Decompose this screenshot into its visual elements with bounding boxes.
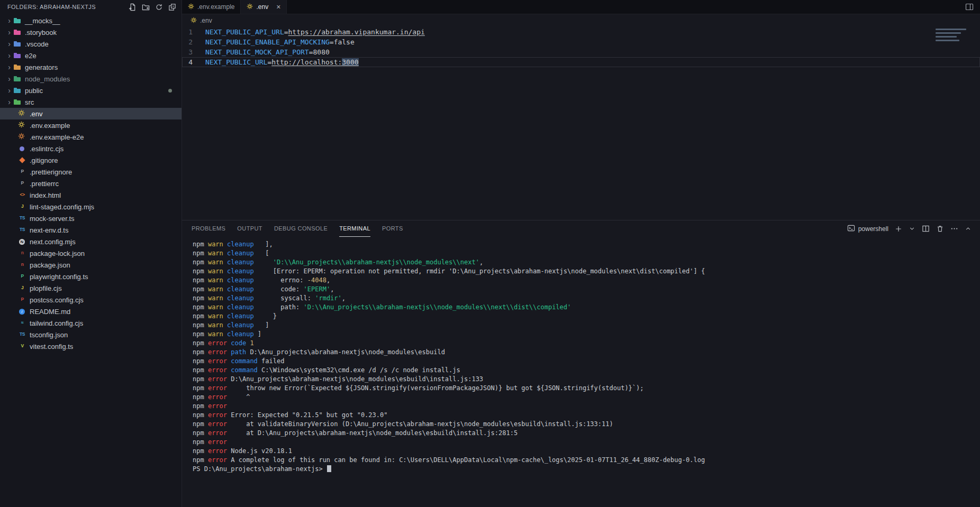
- line-number: 3: [182, 47, 205, 57]
- explorer-header: FOLDERS: ABRAHAM-NEXTJS: [0, 0, 182, 14]
- env-file-icon: [188, 3, 194, 11]
- chevron-right-icon: ›: [5, 62, 13, 72]
- minimap-line: [936, 36, 957, 38]
- code-editor[interactable]: 1NEXT_PUBLIC_API_URL=https://abraham.vip…: [182, 27, 980, 67]
- tree-item-vscode[interactable]: ›.vscode: [0, 38, 182, 50]
- tree-item-env-example-e2e[interactable]: .env.example-e2e: [0, 131, 182, 143]
- tree-item-playwright-config-ts[interactable]: Pplaywright.config.ts: [0, 271, 182, 282]
- tree-item-label: package.json: [30, 261, 70, 269]
- folder-icon: [13, 51, 22, 60]
- code-line-3[interactable]: 3NEXT_PUBLIC_MOCK_API_PORT=8080: [182, 47, 980, 57]
- file-type-icon: TS: [18, 214, 26, 223]
- file-type-icon: P: [18, 179, 26, 188]
- tree-item-label: e2e: [25, 52, 37, 60]
- line-number: 2: [182, 37, 205, 47]
- minimap[interactable]: [936, 29, 973, 43]
- minimap-line: [936, 29, 966, 30]
- editor-tab-env[interactable]: .env×: [241, 0, 287, 14]
- tree-item-package-lock-json[interactable]: npackage-lock.json: [0, 247, 182, 259]
- split-terminal-icon[interactable]: [922, 225, 930, 233]
- tree-item-public[interactable]: ›public: [0, 85, 182, 96]
- eslint-circle-icon: [18, 144, 26, 153]
- maximize-panel-icon[interactable]: [965, 225, 972, 232]
- more-actions-icon[interactable]: [950, 225, 958, 233]
- folder-icon: [13, 86, 22, 95]
- terminal-line: npm error Error: Expected "0.21.5" but g…: [193, 411, 980, 420]
- tree-item-storybook[interactable]: ›.storybook: [0, 26, 182, 38]
- tree-item-generators[interactable]: ›generators: [0, 61, 182, 73]
- tree-item-e2e[interactable]: ›e2e: [0, 50, 182, 61]
- panel-tab-ports[interactable]: PORTS: [382, 220, 403, 237]
- tree-item-label: .prettierrc: [30, 180, 59, 188]
- tree-item-lint-staged-config-mjs[interactable]: Jlint-staged.config.mjs: [0, 201, 182, 213]
- new-file-icon[interactable]: [129, 3, 137, 11]
- tree-item-tsconfig-json[interactable]: TStsconfig.json: [0, 329, 182, 340]
- terminal-line: npm error path D:\Anu_projects\abraham-n…: [193, 348, 980, 357]
- tree-item-plopfile-cjs[interactable]: Jplopfile.cjs: [0, 282, 182, 294]
- code-line-4[interactable]: 4NEXT_PUBLIC_URL=http://localhost:3000: [182, 57, 980, 67]
- terminal-output[interactable]: npm warn cleanup ],npm warn cleanup [npm…: [182, 237, 980, 474]
- explorer-sidebar: FOLDERS: ABRAHAM-NEXTJS ›__mocks__›.stor…: [0, 0, 182, 507]
- tree-item-src[interactable]: ›src: [0, 96, 182, 108]
- terminal-line: npm error Node.js v20.18.1: [193, 447, 980, 456]
- chevron-right-icon: ›: [5, 73, 13, 84]
- tree-item--mocks-[interactable]: ›__mocks__: [0, 15, 182, 26]
- tree-item-env-example[interactable]: .env.example: [0, 119, 182, 131]
- code-line-2[interactable]: 2NEXT_PUBLIC_ENABLE_API_MOCKING=false: [182, 37, 980, 47]
- terminal-actions: powershell: [847, 224, 972, 234]
- tree-item-env[interactable]: .env: [0, 108, 182, 119]
- tree-item-eslintrc-cjs[interactable]: .eslintrc.cjs: [0, 143, 182, 154]
- tree-item-next-env-d-ts[interactable]: TSnext-env.d.ts: [0, 224, 182, 236]
- terminal-shell-selector[interactable]: powershell: [847, 224, 888, 234]
- collapse-all-icon[interactable]: [168, 3, 176, 11]
- tree-item-prettierignore[interactable]: P.prettierignore: [0, 166, 182, 178]
- terminal-line: npm error code 1: [193, 339, 980, 348]
- terminal-line: npm warn cleanup path: 'D:\\Anu_projects…: [193, 303, 980, 312]
- new-terminal-icon[interactable]: [895, 225, 902, 233]
- editor-tab-env-example[interactable]: .env.example: [182, 0, 241, 14]
- tree-item-mock-server-ts[interactable]: TSmock-server.ts: [0, 213, 182, 224]
- tree-item-next-config-mjs[interactable]: Nnext.config.mjs: [0, 236, 182, 247]
- breadcrumb[interactable]: .env: [182, 14, 980, 27]
- folders-header-label: FOLDERS: ABRAHAM-NEXTJS: [7, 4, 129, 10]
- kill-terminal-icon[interactable]: [936, 225, 944, 233]
- tree-item-node-modules[interactable]: ›node_modules: [0, 73, 182, 85]
- tree-item-tailwind-config-cjs[interactable]: ≈tailwind.config.cjs: [0, 317, 182, 329]
- minimap-line: [936, 32, 961, 34]
- panel-tab-problems[interactable]: PROBLEMS: [192, 220, 225, 237]
- terminal-line: npm error ^: [193, 393, 980, 402]
- launch-profile-chevron-icon[interactable]: [909, 225, 915, 232]
- tree-item-package-json[interactable]: npackage.json: [0, 259, 182, 271]
- editor-tabs: .env.example.env×: [182, 0, 287, 14]
- tree-item-label: .env.example-e2e: [30, 133, 84, 141]
- new-folder-icon[interactable]: [142, 3, 150, 11]
- tree-item-readme-md[interactable]: iREADME.md: [0, 306, 182, 317]
- tree-item-postcss-config-cjs[interactable]: Ppostcss.config.cjs: [0, 294, 182, 306]
- file-type-icon: ≈: [18, 319, 26, 327]
- tree-item-index-html[interactable]: <>index.html: [0, 189, 182, 201]
- explorer-actions: [129, 3, 176, 11]
- file-type-icon: n: [18, 261, 26, 269]
- tree-item-label: next.config.mjs: [30, 238, 76, 246]
- tree-item-label: .prettierignore: [30, 168, 72, 176]
- tree-item-label: next-env.d.ts: [30, 226, 68, 234]
- powershell-terminal-icon: [847, 224, 855, 234]
- panel-tab-output[interactable]: OUTPUT: [237, 220, 262, 237]
- file-tree: ›__mocks__›.storybook›.vscode›e2e›genera…: [0, 14, 182, 352]
- chevron-right-icon: ›: [5, 97, 13, 107]
- tree-item-gitignore[interactable]: .gitignore: [0, 154, 182, 166]
- terminal-line: npm warn cleanup 'D:\\Anu_projects\\abra…: [193, 258, 980, 267]
- close-icon[interactable]: ×: [276, 3, 280, 11]
- folder-icon: [13, 75, 22, 83]
- layout-panel-icon[interactable]: [965, 3, 974, 13]
- bottom-panel: PROBLEMSOUTPUTDEBUG CONSOLETERMINALPORTS…: [182, 220, 980, 507]
- terminal-line: npm error throw new Error(`Expected ${JS…: [193, 384, 980, 393]
- file-type-icon: P: [18, 296, 26, 304]
- tree-item-prettierrc[interactable]: P.prettierrc: [0, 178, 182, 189]
- panel-tab-terminal[interactable]: TERMINAL: [339, 220, 370, 237]
- refresh-icon[interactable]: [155, 3, 163, 11]
- panel-tab-debug-console[interactable]: DEBUG CONSOLE: [274, 220, 328, 237]
- code-line-1[interactable]: 1NEXT_PUBLIC_API_URL=https://abraham.vip…: [182, 27, 980, 37]
- chevron-right-icon: ›: [5, 39, 13, 49]
- tree-item-vitest-config-ts[interactable]: Vvitest.config.ts: [0, 340, 182, 352]
